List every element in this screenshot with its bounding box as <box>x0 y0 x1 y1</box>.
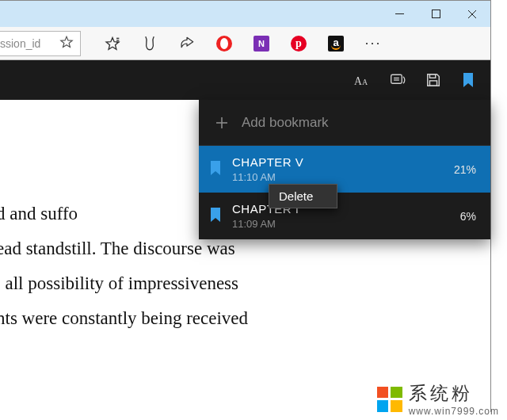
address-toolbar: ssion_id N p a ··· <box>0 27 490 60</box>
maximize-button[interactable] <box>417 1 454 27</box>
address-text: ssion_id <box>0 37 51 50</box>
pinterest-icon[interactable]: p <box>291 36 307 52</box>
close-button[interactable] <box>454 1 490 27</box>
text-line: , all possibility of impressiveness <box>0 266 281 301</box>
bookmark-time: 11:09 AM <box>232 218 449 230</box>
ink-icon[interactable] <box>142 36 158 52</box>
svg-text:A: A <box>362 78 368 86</box>
more-icon[interactable]: ··· <box>365 36 381 52</box>
bookmark-icon <box>210 208 221 225</box>
watermark-brand: 系统粉 <box>409 381 473 406</box>
bookmark-info: CHAPTER V 11:10 AM <box>232 155 443 183</box>
opera-icon[interactable] <box>216 36 232 52</box>
reader-content: d and suffo ead standstill. The discours… <box>0 100 490 413</box>
bookmark-time: 11:10 AM <box>232 171 443 183</box>
reader-toolbar: AA <box>0 60 490 100</box>
text-line: nts were constantly being received <box>0 301 281 336</box>
microsoft-logo-icon <box>377 387 402 412</box>
bookmark-percent: 6% <box>460 210 476 223</box>
plus-icon <box>215 116 229 130</box>
amazon-icon[interactable]: a <box>328 36 344 52</box>
context-menu-delete[interactable]: Delete <box>279 189 313 203</box>
onenote-icon[interactable]: N <box>254 36 269 52</box>
reading-list-icon[interactable] <box>105 36 120 52</box>
bookmarks-panel: Add bookmark CHAPTER V 11:10 AM 21% Dele… <box>199 100 490 239</box>
svg-rect-14 <box>429 74 435 78</box>
svg-rect-15 <box>429 81 436 86</box>
svg-rect-11 <box>391 74 402 83</box>
svg-marker-5 <box>106 37 119 49</box>
favorite-star-icon[interactable] <box>59 35 74 52</box>
context-menu: Delete <box>269 184 337 208</box>
extension-icons: N p a ··· <box>81 27 395 59</box>
address-field[interactable]: ssion_id <box>0 31 81 56</box>
browser-window: ssion_id N p a ··· AA <box>0 0 491 412</box>
bookmark-percent: 21% <box>454 163 476 176</box>
watermark-url: www.win7999.com <box>409 406 499 417</box>
save-button[interactable] <box>416 60 451 100</box>
svg-marker-4 <box>61 36 72 47</box>
minimize-button[interactable] <box>381 1 417 27</box>
bookmark-button[interactable] <box>451 60 486 100</box>
read-aloud-button[interactable] <box>381 60 416 100</box>
bookmark-title: CHAPTER V <box>232 155 443 169</box>
add-bookmark-row[interactable]: Add bookmark <box>199 100 490 146</box>
bookmark-item[interactable]: CHAPTER V 11:10 AM 21% Delete <box>199 146 490 193</box>
text-size-button[interactable]: AA <box>346 60 381 100</box>
watermark: 系统粉 www.win7999.com <box>374 378 502 420</box>
window-titlebar <box>0 1 490 27</box>
share-icon[interactable] <box>179 36 195 52</box>
svg-rect-1 <box>432 10 440 18</box>
bookmark-title: CHAPTER I <box>232 202 449 216</box>
bookmark-info: CHAPTER I 11:09 AM <box>232 202 449 230</box>
svg-text:A: A <box>354 75 362 87</box>
bookmark-icon <box>210 161 221 178</box>
add-bookmark-label: Add bookmark <box>242 115 329 131</box>
watermark-text: 系统粉 www.win7999.com <box>409 381 499 417</box>
bookmark-item[interactable]: CHAPTER I 11:09 AM 6% <box>199 193 490 239</box>
